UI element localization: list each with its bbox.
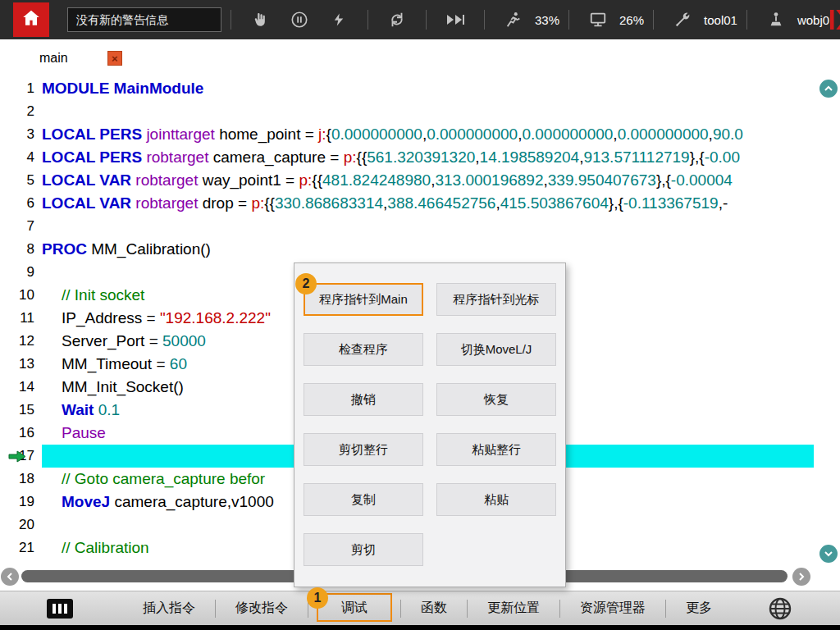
code-line-1[interactable]: 1MODULE MainModule: [0, 77, 814, 100]
line-number: 16: [0, 425, 42, 441]
step-badge-1: 1: [307, 587, 328, 609]
modify-instruction-menu[interactable]: 修改指令: [216, 600, 308, 617]
line-number: 2: [0, 103, 42, 120]
code-line-4[interactable]: 4LOCAL PERS robtarget camera_capture = p…: [0, 146, 814, 169]
separator: [653, 10, 654, 30]
update-position-menu[interactable]: 更新位置: [468, 600, 559, 617]
debug-menu-wrapper: 1 调试: [317, 600, 392, 617]
code-line-6[interactable]: 6LOCAL VAR robtarget drop = p:{{330.8686…: [0, 192, 814, 215]
code-line-8[interactable]: 8PROC MM_Calibration(): [0, 238, 814, 261]
separator: [746, 10, 747, 30]
paste-button[interactable]: 粘贴: [436, 483, 556, 516]
pointer-to-cursor-button[interactable]: 程序指针到光标: [436, 283, 556, 316]
separator: [484, 10, 485, 30]
top-status-bar: 没有新的警告信息 33% 26% tool01 wobj0: [0, 0, 840, 39]
scroll-up-button[interactable]: [819, 80, 838, 98]
line-number: 1: [0, 80, 42, 97]
code-text: [42, 100, 814, 123]
line-number: 14: [0, 379, 42, 395]
undo-button[interactable]: 撤销: [304, 383, 423, 416]
scroll-down-button[interactable]: [819, 545, 838, 563]
separator: [368, 10, 368, 30]
code-text: [42, 215, 814, 238]
line-number: 8: [0, 241, 42, 258]
check-program-button[interactable]: 检查程序: [304, 333, 423, 366]
bottom-taskbar: 插入指令 修改指令 1 调试 函数 更新位置 资源管理器 更多: [0, 591, 840, 625]
toggle-move-lj-button[interactable]: 切换MoveL/J: [436, 333, 556, 366]
joystick-icon[interactable]: [765, 10, 787, 30]
flexpendant-screen: 没有新的警告信息 33% 26% tool01 wobj0 main × 1MO…: [0, 0, 840, 630]
close-icon: ×: [112, 53, 118, 64]
hand-guide-icon[interactable]: [249, 10, 271, 30]
screen-value: 26%: [619, 13, 644, 27]
insert-instruction-menu[interactable]: 插入指令: [123, 600, 215, 617]
line-number: 6: [0, 195, 42, 212]
monitor-icon[interactable]: [587, 10, 609, 30]
resource-manager-menu[interactable]: 资源管理器: [560, 600, 665, 617]
line-number: 21: [0, 540, 42, 556]
line-number: 3: [0, 126, 42, 143]
tool-wrench-icon[interactable]: [672, 10, 693, 30]
paste-row-button[interactable]: 粘贴整行: [436, 433, 556, 466]
tab-main[interactable]: main ×: [39, 51, 122, 66]
function-menu[interactable]: 函数: [401, 600, 467, 617]
line-number: 7: [0, 218, 42, 235]
step-badge-2: 2: [295, 273, 317, 294]
notification-message[interactable]: 没有新的警告信息: [67, 7, 221, 32]
code-line-5[interactable]: 5LOCAL VAR robtarget way_point1 = p:{{48…: [0, 169, 814, 192]
line-number: 15: [0, 402, 42, 418]
program-pointer-icon: [8, 450, 26, 463]
line-number: 20: [0, 517, 42, 533]
tool-value: tool01: [704, 13, 737, 27]
separator: [426, 10, 427, 30]
run-mode-loop-icon[interactable]: [386, 10, 408, 30]
keyboard-panel-icon[interactable]: [46, 596, 74, 621]
cut-button[interactable]: 剪切: [304, 533, 423, 566]
more-menu[interactable]: 更多: [666, 600, 732, 617]
code-text: MODULE MainModule: [42, 77, 814, 100]
separator: [231, 10, 231, 30]
separator: [568, 10, 569, 30]
line-number: 5: [0, 172, 42, 189]
tab-label: main: [39, 51, 68, 66]
pointer-to-main-button[interactable]: 程序指针到Main: [304, 283, 423, 316]
brand-logo: [829, 7, 840, 32]
line-number: 19: [0, 494, 42, 510]
debug-popup-grid: 程序指针到Main 程序指针到光标 检查程序 切换MoveL/J 撤销 恢复 剪…: [294, 263, 565, 586]
code-line-2[interactable]: 2: [0, 100, 814, 123]
redo-button[interactable]: 恢复: [436, 383, 556, 416]
main-menu-button[interactable]: [13, 2, 49, 37]
home-icon: [21, 7, 42, 32]
line-number: 12: [0, 333, 42, 349]
speed-runner-icon[interactable]: [503, 10, 524, 30]
debug-popup-menu: 2 程序指针到Main 程序指针到光标 检查程序 切换MoveL/J 撤销 恢复…: [294, 262, 566, 587]
tab-close-button[interactable]: ×: [107, 51, 122, 66]
scroll-left-button[interactable]: [1, 568, 19, 586]
line-number: 13: [0, 356, 42, 372]
line-number: 18: [0, 471, 42, 487]
copy-button[interactable]: 复制: [304, 483, 423, 516]
line-number: 10: [0, 287, 42, 304]
code-text: LOCAL PERS robtarget camera_capture = p:…: [42, 146, 814, 169]
speed-value: 33%: [535, 13, 559, 27]
code-line-3[interactable]: 3LOCAL PERS jointtarget home_point = j:{…: [0, 123, 814, 146]
line-number: 9: [0, 264, 42, 281]
workobject-value: wobj0: [797, 13, 829, 27]
code-line-7[interactable]: 7: [0, 215, 814, 238]
taskbar-menu: 插入指令 修改指令 1 调试 函数 更新位置 资源管理器 更多: [123, 600, 732, 618]
cut-row-button[interactable]: 剪切整行: [304, 433, 423, 466]
line-number: 4: [0, 149, 42, 166]
scroll-right-button[interactable]: [792, 568, 810, 586]
code-text: PROC MM_Calibration(): [42, 238, 814, 261]
code-text: LOCAL PERS jointtarget home_point = j:{0…: [42, 123, 814, 146]
bottom-edge: [0, 625, 840, 630]
motor-power-icon[interactable]: [328, 10, 349, 30]
code-text: LOCAL VAR robtarget drop = p:{{330.86868…: [42, 192, 814, 215]
tab-bar: main ×: [0, 39, 840, 77]
step-forward-icon[interactable]: [445, 10, 466, 30]
language-globe-icon[interactable]: [768, 596, 792, 621]
line-number: 11: [0, 310, 42, 326]
pause-icon[interactable]: [289, 10, 310, 30]
code-text: LOCAL VAR robtarget way_point1 = p:{{481…: [42, 169, 814, 192]
